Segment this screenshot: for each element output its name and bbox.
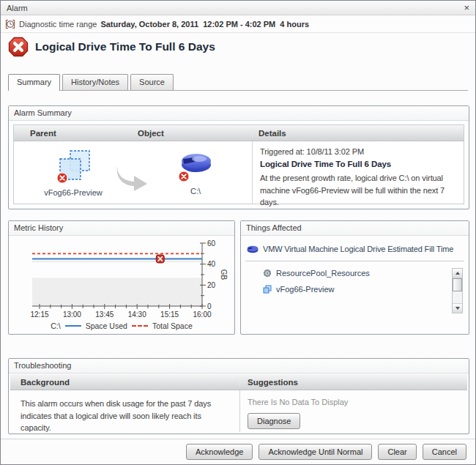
legend-solid-line-icon	[65, 325, 81, 327]
acknowledge-until-normal-button[interactable]: Acknowledge Until Normal	[259, 444, 372, 460]
svg-text:60: 60	[207, 239, 216, 248]
time-range-label: Diagnostic time range	[19, 20, 97, 29]
clear-button[interactable]: Clear	[378, 444, 416, 460]
troubleshooting-header: Background Suggestions	[10, 374, 467, 390]
background-text: This alarm occurs when disk usage for th…	[10, 390, 239, 432]
tab-source[interactable]: Source	[130, 74, 174, 90]
svg-text:40: 40	[207, 260, 216, 268]
cancel-button[interactable]: Cancel	[423, 444, 466, 460]
affected-item-vm[interactable]: vFog66-Preview	[263, 285, 469, 294]
chart-legend: C:\Space UsedTotal Space	[9, 321, 234, 330]
svg-text:12:15: 12:15	[30, 310, 48, 319]
object-label: C:\	[155, 187, 237, 196]
scroll-up-icon[interactable]	[453, 269, 462, 278]
resource-pool-icon	[263, 269, 272, 278]
alarm-heading: Logical Drive Time To Full 6 Days	[8, 35, 215, 59]
rule-name: Logical Drive Time To Full 6 Days	[260, 160, 458, 168]
close-icon[interactable]: ×	[464, 3, 469, 12]
affected-metric-label: VMW Virtual Machine Logical Drive Estima…	[263, 245, 453, 253]
footer-separator	[1, 439, 475, 439]
tab-summary[interactable]: Summary	[8, 74, 60, 91]
affected-item-resource-pool[interactable]: ResourcePool_Resources	[263, 269, 469, 278]
alarm-summary-header: Parent Object Details	[14, 125, 464, 141]
svg-text:GB: GB	[220, 269, 228, 280]
things-affected-title: Things Affected	[241, 221, 469, 236]
diagnostic-time-range: Diagnostic time range Saturday, October …	[1, 16, 475, 33]
legend-dashed-line-icon	[132, 325, 148, 327]
parent-to-object-arrow-icon	[108, 163, 153, 194]
legend-series-label: Total Space	[152, 321, 193, 330]
affected-metric-item[interactable]: VMW Virtual Machine Logical Drive Estima…	[241, 236, 469, 253]
divider	[245, 261, 464, 261]
column-header-parent: Parent	[14, 129, 138, 138]
alarm-summary-title: Alarm Summary	[9, 106, 469, 121]
logical-drive-icon	[176, 152, 215, 184]
fatal-alarm-icon	[8, 37, 29, 57]
affected-item-label: vFog66-Preview	[276, 285, 334, 294]
footer-button-bar: Acknowledge Acknowledge Until Normal Cle…	[1, 441, 475, 463]
svg-text:16:00: 16:00	[193, 310, 211, 319]
column-header-object: Object	[138, 129, 252, 138]
legend-series-prefix: C:\	[51, 321, 60, 330]
metric-history-chart: 12:1513:0013:4514:3015:1516:000204060GB	[10, 239, 230, 324]
no-data-message: There Is No Data To Display	[248, 398, 467, 406]
scrollbar-thumb[interactable]	[453, 278, 462, 291]
svg-text:13:45: 13:45	[95, 310, 114, 319]
details-cell: Triggered at: 10/8/11 3:02 PM Logical Dr…	[252, 141, 464, 204]
svg-text:15:15: 15:15	[160, 310, 179, 319]
scroll-down-icon[interactable]	[453, 303, 462, 313]
svg-text:14:30: 14:30	[128, 310, 146, 319]
things-affected-panel: Things Affected VMW Virtual Machine Logi…	[240, 220, 469, 335]
error-badge-icon	[179, 171, 189, 182]
chart-alarm-marker-icon[interactable]	[156, 255, 164, 263]
svg-text:0: 0	[207, 302, 212, 310]
affected-item-label: ResourcePool_Resources	[276, 269, 370, 278]
suggestions-cell: There Is No Data To Display Diagnose	[239, 390, 467, 432]
alarm-summary-row: vFog66-Preview	[14, 141, 464, 204]
metric-history-title: Metric History	[9, 221, 234, 236]
triggered-at: Triggered at: 10/8/11 3:02 PM	[260, 147, 458, 156]
time-range-icon	[5, 19, 15, 29]
svg-text:20: 20	[207, 281, 216, 289]
alarm-summary-panel: Alarm Summary Parent Object Details	[8, 105, 469, 209]
legend-series-label: Space Used	[86, 321, 127, 330]
alarm-summary-table: Parent Object Details	[13, 124, 464, 204]
virtual-machine-preview-icon	[54, 149, 92, 185]
error-badge-icon	[57, 173, 67, 183]
alarm-message: At the present growth rate, logical driv…	[260, 172, 458, 209]
column-header-suggestions: Suggestions	[239, 378, 467, 387]
column-header-details: Details	[252, 129, 464, 138]
column-header-background: Background	[10, 378, 239, 387]
window-title: Alarm	[7, 4, 28, 12]
time-range-value: Saturday, October 8, 2011 12:02 PM - 4:0…	[100, 20, 309, 29]
metric-history-panel: Metric History 12:1513:0013:4514:3015:15…	[8, 220, 235, 335]
troubleshooting-title: Troubleshooting	[9, 359, 469, 373]
troubleshooting-panel: Troubleshooting Background Suggestions T…	[8, 358, 469, 434]
svg-text:13:00: 13:00	[63, 310, 81, 319]
virtual-machine-icon	[263, 285, 272, 294]
diagnose-button[interactable]: Diagnose	[248, 413, 300, 429]
tab-bar: Summary History/Notes Source	[8, 74, 468, 91]
things-affected-scrollbar[interactable]	[452, 268, 463, 313]
alarm-dialog: Alarm × Diagnostic time range Saturday, …	[0, 0, 476, 465]
object-entity[interactable]: C:\	[155, 152, 237, 196]
window-titlebar[interactable]: Alarm ×	[1, 1, 475, 15]
page-title: Logical Drive Time To Full 6 Days	[35, 40, 215, 53]
acknowledge-button[interactable]: Acknowledge	[186, 444, 253, 460]
logical-drive-small-icon	[247, 245, 259, 253]
tab-history-notes[interactable]: History/Notes	[62, 74, 128, 90]
